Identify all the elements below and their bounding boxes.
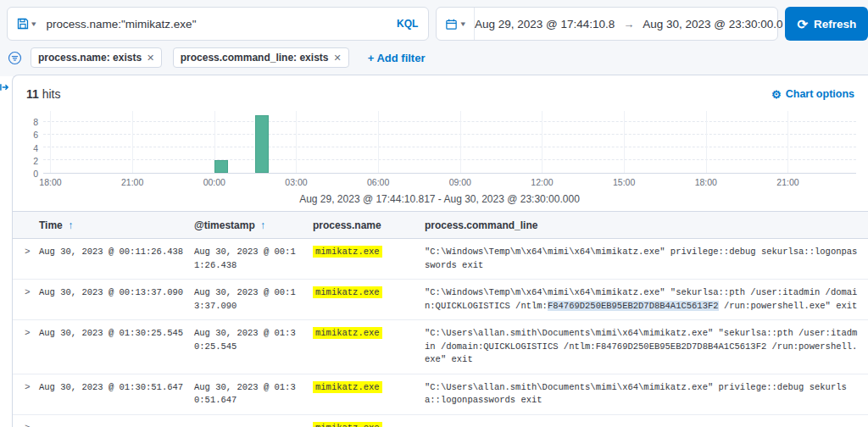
date-range-start[interactable]: Aug 29, 2023 @ 17:44:10.8	[475, 18, 615, 30]
process-name-highlight: mimikatz.exe	[313, 422, 382, 427]
filter-bar: process.name: exists ✕ process.command_l…	[0, 46, 868, 76]
query-language-button[interactable]: KQL	[397, 18, 418, 30]
timestamp-cell: Aug 30, 2023 @ 01:30:51.647	[194, 374, 313, 414]
query-input[interactable]: process.name:"mimikatz.exe"	[47, 18, 398, 30]
process-name-highlight: mimikatz.exe	[313, 381, 382, 393]
x-tick-label: 12:00	[531, 177, 553, 187]
column-header-process-name[interactable]: process.name	[313, 212, 425, 239]
filter-pill[interactable]: process.name: exists ✕	[31, 47, 162, 68]
ntlm-hash-highlight: F84769D250EB95EB2D7D8B4A1C5613F2	[548, 301, 719, 311]
close-icon[interactable]: ✕	[333, 53, 341, 64]
command-line-cell: "C:\Windows\Temp\m\x64\mimi\x64\mimikatz…	[425, 280, 868, 320]
y-tick-label: 8	[33, 117, 38, 127]
timestamp-cell: Aug 30, 2023 @ 01:30:25.545	[194, 320, 313, 374]
expand-row-button[interactable]: >	[13, 280, 39, 320]
hits-count-value: 11	[26, 87, 39, 101]
y-tick-label: 0	[33, 169, 38, 179]
filter-pills: process.name: exists ✕ process.command_l…	[31, 47, 356, 68]
table-row: > Aug 30, 2023 @ 00:13:37.090 Aug 30, 20…	[13, 280, 868, 320]
date-range-end[interactable]: Aug 30, 2023 @ 23:30:00.0	[643, 18, 782, 30]
table-row: > Aug 30, 2023 @ 01:30:51.647 Aug 30, 20…	[13, 374, 868, 414]
results-table: Time ↑ @timestamp ↑ process.name process…	[13, 211, 868, 427]
process-name-highlight: mimikatz.exe	[313, 327, 382, 339]
chevron-down-icon: ▾	[31, 19, 36, 28]
process-name-cell: mimikatz.exe	[313, 280, 425, 320]
x-tick-label: 18:00	[695, 177, 717, 187]
y-axis: 02468	[23, 111, 43, 174]
time-cell: Aug 30, 2023 @ 01:30:51.647	[39, 374, 194, 414]
histogram-plot[interactable]	[43, 111, 856, 174]
time-cell: Aug 30, 2023 @ 00:11:26.438	[39, 239, 194, 280]
y-tick-label: 4	[33, 143, 38, 153]
y-tick-label: 2	[33, 156, 38, 166]
histogram-chart: 02468 18:0021:0000:0003:0006:0009:0012:0…	[23, 111, 856, 207]
x-tick-label: 00:00	[203, 177, 225, 187]
table-header-row: Time ↑ @timestamp ↑ process.name process…	[13, 212, 868, 239]
sort-arrow-icon[interactable]: ↑	[260, 219, 265, 231]
refresh-button[interactable]: ⟳ Refresh	[785, 7, 868, 41]
close-icon[interactable]: ✕	[147, 53, 154, 64]
histogram-bar[interactable]	[214, 160, 228, 173]
column-header-time[interactable]: Time ↑	[39, 212, 194, 239]
x-tick-label: 15:00	[613, 177, 635, 187]
sort-arrow-icon[interactable]: ↑	[68, 219, 73, 231]
x-tick-label: 18:00	[39, 177, 61, 187]
timestamp-cell: Aug 30, 2023 @ 00:13:37.090	[194, 280, 313, 320]
process-name-highlight: mimikatz.exe	[313, 286, 382, 298]
arrow-right-icon: →	[623, 18, 634, 30]
command-line-cell: "C:\Users\allan.smith\Documents\mimi\x64…	[425, 320, 868, 374]
time-cell: Aug 30, 2023 @ 01:30:25.545	[39, 320, 194, 374]
process-name-cell: mimikatz.exe	[313, 239, 425, 280]
time-cell: Aug 30, 2023 @ 00:13:37.090	[39, 280, 194, 320]
expand-row-button[interactable]: >	[13, 320, 39, 374]
save-icon	[16, 17, 30, 30]
process-name-cell: mimikatz.exe	[313, 414, 425, 427]
date-range: Aug 29, 2023 @ 17:44:10.8 → Aug 30, 2023…	[475, 18, 783, 30]
collapse-sidebar-icon[interactable]	[0, 81, 9, 93]
expand-row-button[interactable]: >	[13, 414, 39, 427]
command-line-cell	[425, 414, 868, 427]
add-filter-button[interactable]: + Add filter	[368, 52, 426, 64]
table-body: > Aug 30, 2023 @ 00:11:26.438 Aug 30, 20…	[13, 239, 868, 427]
timestamp-cell	[194, 414, 313, 427]
gear-icon: ⚙	[771, 88, 782, 101]
expand-row-button[interactable]: >	[13, 374, 39, 414]
column-header-process-command-line[interactable]: process.command_line	[425, 212, 868, 239]
time-cell	[39, 414, 194, 427]
results-panel: 11 hits ⚙ Chart options 02468 18:0021:00…	[12, 75, 868, 427]
histogram-bar[interactable]	[255, 115, 269, 173]
filter-icon[interactable]	[8, 51, 22, 65]
x-axis: 18:0021:0000:0003:0006:0009:0012:0015:00…	[43, 174, 856, 189]
refresh-button-label: Refresh	[814, 18, 856, 30]
table-row: > Aug 30, 2023 @ 00:11:26.438 Aug 30, 20…	[13, 239, 868, 280]
hits-count-label: hits	[42, 87, 61, 101]
x-tick-label: 06:00	[367, 177, 389, 187]
y-tick-label: 6	[33, 130, 38, 140]
command-line-cell: "C:\Users\allan.smith\Documents\mimi\x64…	[425, 374, 868, 414]
hits-header: 11 hits ⚙ Chart options	[13, 75, 868, 108]
chart-subtitle: Aug 29, 2023 @ 17:44:10.817 - Aug 30, 20…	[23, 193, 856, 207]
expand-column-header	[13, 212, 39, 239]
column-header-timestamp[interactable]: @timestamp ↑	[194, 212, 313, 239]
filter-pill-label: process.command_line: exists	[181, 52, 329, 64]
date-picker[interactable]: ▾ Aug 29, 2023 @ 17:44:10.8 → Aug 30, 20…	[436, 7, 778, 41]
x-tick-label: 09:00	[449, 177, 471, 187]
chart-options-label: Chart options	[786, 88, 854, 100]
process-name-highlight: mimikatz.exe	[313, 246, 382, 258]
chart-options-button[interactable]: ⚙ Chart options	[771, 88, 854, 101]
x-tick-label: 21:00	[121, 177, 143, 187]
expand-row-button[interactable]: >	[13, 239, 39, 280]
refresh-icon: ⟳	[797, 18, 808, 30]
calendar-icon	[445, 18, 458, 30]
date-quick-menu-button[interactable]: ▾	[437, 8, 475, 40]
saved-query-menu-button[interactable]: ▾	[16, 17, 36, 30]
filter-pill-label: process.name: exists	[38, 52, 142, 64]
chevron-down-icon: ▾	[460, 19, 465, 28]
filter-pill[interactable]: process.command_line: exists ✕	[173, 47, 349, 68]
query-bar[interactable]: ▾ process.name:"mimikatz.exe" KQL	[7, 7, 429, 41]
table-row: > mimikatz.exe	[13, 414, 868, 427]
command-line-cell: "C:\Windows\Temp\m\x64\mimi\x64\mimikatz…	[425, 239, 868, 280]
x-tick-label: 03:00	[285, 177, 307, 187]
table-row: > Aug 30, 2023 @ 01:30:25.545 Aug 30, 20…	[13, 320, 868, 374]
process-name-cell: mimikatz.exe	[313, 320, 425, 374]
